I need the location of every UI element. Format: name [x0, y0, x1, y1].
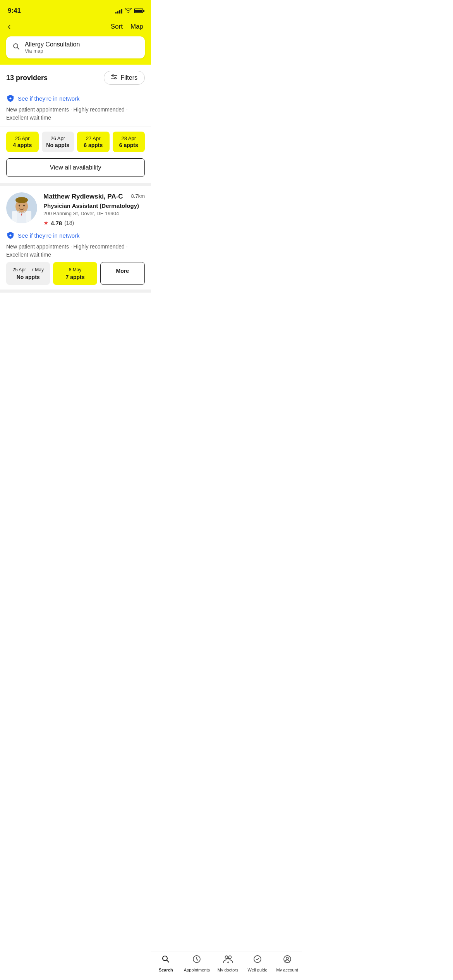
search-query: Allergy Consultation	[25, 41, 80, 48]
provider-specialty: Physician Assistant (Dermatology)	[43, 202, 145, 209]
svg-point-0	[14, 44, 18, 48]
network-link-top[interactable]: + See if they're in network	[6, 94, 145, 103]
slot-date: 25 Apr	[9, 135, 36, 141]
provider-rating: ★ 4.78 (18)	[43, 219, 145, 226]
more-label: More	[104, 268, 141, 274]
provider-tags-top: New patient appointments · Highly recomm…	[6, 106, 145, 122]
slot-count: No appts	[9, 274, 47, 280]
provider-name: Matthew Rydlewski, PA-C	[43, 192, 128, 201]
nav-actions: Sort Map	[111, 23, 143, 31]
slot-count: 6 appts	[80, 142, 106, 148]
appointment-slots-top: 25 Apr 4 appts 26 Apr No appts 27 Apr 6 …	[0, 127, 151, 157]
slot-date: 25 Apr – 7 May	[9, 267, 47, 273]
view-all-availability-button[interactable]: View all availability	[6, 158, 145, 177]
partial-card-details: + See if they're in network New patient …	[0, 89, 151, 127]
status-time: 9:41	[8, 7, 21, 15]
svg-point-13	[23, 205, 25, 207]
svg-text:+: +	[9, 233, 12, 238]
search-bar-text: Allergy Consultation Via map	[25, 41, 80, 54]
status-icons	[115, 8, 143, 14]
sort-button[interactable]: Sort	[111, 23, 123, 31]
partial-provider-card: + See if they're in network New patient …	[0, 89, 151, 186]
star-icon: ★	[43, 219, 48, 226]
slot-count: No appts	[45, 142, 71, 148]
slot-date: 27 Apr	[80, 135, 106, 141]
wifi-icon	[125, 8, 132, 14]
shield-icon-matthew: +	[6, 231, 15, 240]
provider-tags-matthew: New patient appointments · Highly recomm…	[6, 243, 145, 259]
filters-label: Filters	[120, 74, 137, 81]
status-bar: 9:41	[0, 0, 151, 19]
rating-value: 4.78	[51, 220, 62, 226]
slot-count: 7 appts	[56, 274, 94, 280]
full-card-details: + See if they're in network New patient …	[0, 231, 151, 290]
filters-button[interactable]: Filters	[104, 71, 145, 85]
provider-card-matthew: Matthew Rydlewski, PA-C 8.7km Physician …	[0, 186, 151, 293]
provider-name-row: Matthew Rydlewski, PA-C 8.7km	[43, 192, 145, 201]
slot-count: 4 appts	[9, 142, 36, 148]
slot-date: 8 May	[56, 267, 94, 273]
full-apt-slot-8may[interactable]: 8 May 7 appts	[53, 262, 97, 285]
apt-slot-25apr[interactable]: 25 Apr 4 appts	[6, 132, 39, 152]
provider-avatar	[6, 192, 37, 223]
search-location: Via map	[25, 48, 80, 54]
svg-text:+: +	[9, 96, 12, 101]
battery-icon	[134, 9, 143, 13]
apt-slot-28apr[interactable]: 28 Apr 6 appts	[113, 132, 145, 152]
network-link-matthew[interactable]: + See if they're in network	[6, 231, 145, 240]
full-apt-slot-more[interactable]: More	[100, 262, 145, 285]
provider-distance: 8.7km	[131, 193, 145, 199]
full-appointment-slots: 25 Apr – 7 May No appts 8 May 7 appts Mo…	[6, 262, 145, 290]
slot-date: 28 Apr	[116, 135, 142, 141]
search-bar-icon	[12, 43, 20, 52]
slot-count: 6 appts	[116, 142, 142, 148]
content-area: 13 providers Filters + See if they're i	[0, 65, 151, 324]
svg-point-12	[19, 205, 20, 207]
providers-header: 13 providers Filters	[0, 65, 151, 89]
svg-point-11	[15, 197, 28, 203]
apt-slot-27apr[interactable]: 27 Apr 6 appts	[77, 132, 110, 152]
avatar-image	[6, 192, 37, 223]
filter-icon	[111, 74, 117, 81]
slot-date: 26 Apr	[45, 135, 71, 141]
top-navigation: ‹ Sort Map	[0, 19, 151, 36]
provider-address: 200 Banning St, Dover, DE 19904	[43, 211, 145, 216]
search-bar-container: Allergy Consultation Via map	[0, 36, 151, 65]
shield-icon-top: +	[6, 94, 15, 103]
svg-point-3	[112, 75, 114, 76]
signal-icon	[115, 8, 122, 14]
svg-point-4	[115, 77, 116, 79]
network-text-matthew: See if they're in network	[18, 232, 80, 239]
providers-count: 13 providers	[6, 74, 48, 82]
provider-info: Matthew Rydlewski, PA-C 8.7km Physician …	[0, 186, 151, 231]
search-bar[interactable]: Allergy Consultation Via map	[6, 36, 145, 58]
provider-details: Matthew Rydlewski, PA-C 8.7km Physician …	[43, 192, 145, 226]
network-text-top: See if they're in network	[18, 95, 80, 102]
rating-count: (18)	[64, 220, 74, 226]
apt-slot-26apr[interactable]: 26 Apr No appts	[42, 132, 74, 152]
map-button[interactable]: Map	[130, 23, 143, 31]
back-button[interactable]: ‹	[8, 22, 10, 31]
full-apt-slot-noapp[interactable]: 25 Apr – 7 May No appts	[6, 262, 50, 285]
